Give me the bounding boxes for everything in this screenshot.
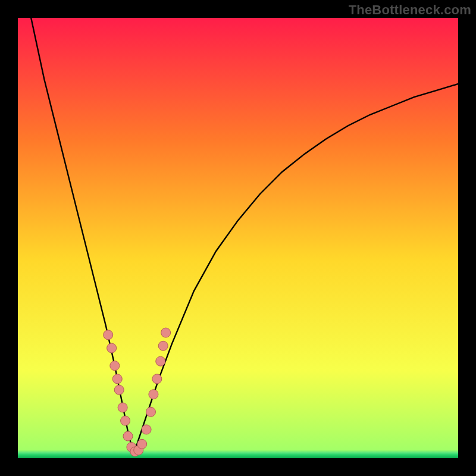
watermark-text: TheBottleneck.com bbox=[349, 2, 471, 18]
plot-area bbox=[18, 18, 458, 458]
chart-stage: TheBottleneck.com bbox=[0, 0, 476, 476]
gradient-background bbox=[18, 18, 458, 458]
